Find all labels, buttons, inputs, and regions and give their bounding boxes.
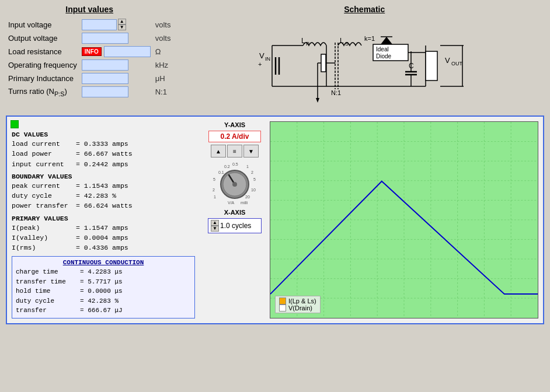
primary-values-header: PRIMARY VALUES <box>12 215 195 222</box>
voltage-unit: volts <box>153 18 173 32</box>
svg-text:V/A: V/A <box>228 201 235 205</box>
power-transfer-label: power transfer <box>12 201 76 211</box>
middle-controls: Y-AXIS 0.2 A/div ▲ ≡ ▼ 0.5 0.2 0.1 1 2 5… <box>200 117 270 323</box>
svg-text:2: 2 <box>213 188 215 192</box>
svg-text:0.1: 0.1 <box>218 170 224 174</box>
load-power-value: = 66.667 watts <box>76 149 133 159</box>
svg-text:S: S <box>345 41 349 47</box>
output-voltage-input[interactable]: 200 <box>82 33 128 44</box>
i-peak-label: I(peak) <box>12 223 76 233</box>
load-resistance-label: Load resistance <box>6 45 79 58</box>
svg-text:N:1: N:1 <box>331 89 341 96</box>
i-valley-line: I(valley) = 0.0004 amps <box>12 233 195 243</box>
inductance-input[interactable]: 1000 <box>82 73 128 84</box>
schematic-diagram: V IN + L P L S <box>253 16 475 110</box>
input-current-label: input current <box>12 159 76 169</box>
inductance-field: 1000 <box>79 72 153 85</box>
transfer-label: transfer <box>16 306 80 316</box>
svg-text:V: V <box>445 56 450 65</box>
frequency-unit: kHz <box>153 58 173 72</box>
voltage-spin-down[interactable]: ▼ <box>118 24 126 30</box>
svg-text:OUT: OUT <box>451 61 463 66</box>
load-resistance-unit: Ω <box>153 45 173 58</box>
legend-box: I(Lp & Ls) V(Drain) <box>275 296 321 313</box>
hold-time-line: hold time = 0.0000 μs <box>16 286 191 296</box>
svg-text:5: 5 <box>213 177 215 181</box>
charge-time-line: charge time = 4.2283 μs <box>16 267 191 277</box>
voltage-input[interactable]: 273 <box>82 19 117 30</box>
transfer-time-line: transfer time = 5.7717 μs <box>16 277 191 287</box>
y-center-button[interactable]: ≡ <box>227 145 242 158</box>
x-axis-label: X-AXIS <box>224 209 246 216</box>
charge-time-label: charge time <box>16 267 80 277</box>
osc-screen: I(Lp & Ls) V(Drain) <box>270 121 538 318</box>
svg-rect-41 <box>321 54 326 72</box>
conduction-duty-cycle-value: = 42.283 % <box>80 296 119 306</box>
y-axis-label: Y-AXIS <box>224 121 245 128</box>
x-spin-buttons: ▲ ▼ <box>211 220 219 232</box>
duty-cycle-label: duty cycle <box>12 191 76 201</box>
i-rms-value: = 0.4336 amps <box>76 243 128 253</box>
legend-item-2: V(Drain) <box>279 304 316 312</box>
load-resistance-input[interactable]: 600 <box>104 46 151 57</box>
svg-rect-24 <box>426 51 437 80</box>
table-row: Load resistance INFO 600 Ω <box>6 45 173 58</box>
i-peak-line: I(peak) = 1.1547 amps <box>12 223 195 233</box>
info-badge[interactable]: INFO <box>82 47 102 56</box>
y-up-button[interactable]: ▲ <box>211 145 226 158</box>
input-values-title: Input values <box>6 5 173 14</box>
legend-label-1: I(Lp & Ls) <box>288 298 316 304</box>
voltage-spinners: ▲ ▼ <box>118 19 126 30</box>
y-down-button[interactable]: ▼ <box>243 145 259 158</box>
svg-point-60 <box>232 182 237 187</box>
transfer-time-label: transfer time <box>16 277 80 287</box>
duty-cycle-value: = 42.283 % <box>76 191 116 201</box>
output-voltage-label: Output voltage <box>6 32 79 45</box>
x-spin-up[interactable]: ▲ <box>211 220 219 226</box>
conduction-title: CONTINUOUS CONDUCTION <box>16 259 191 266</box>
transfer-time-value: = 5.7717 μs <box>80 277 123 287</box>
table-row: Turns ratio (NP:S) 1 N:1 <box>6 85 173 99</box>
table-row: Output voltage 200 volts <box>6 32 173 45</box>
svg-text:V: V <box>259 51 264 60</box>
turns-ratio-input[interactable]: 1 <box>82 86 128 97</box>
svg-marker-18 <box>381 37 392 44</box>
svg-text:L: L <box>301 37 305 45</box>
duty-cycle-line: duty cycle = 42.283 % <box>12 191 195 201</box>
turns-ratio-field: 1 <box>79 85 153 99</box>
frequency-label: Operating frequency <box>6 58 79 72</box>
svg-text:0.5: 0.5 <box>232 162 238 166</box>
turns-ratio-label: Turns ratio (NP:S) <box>6 85 79 99</box>
load-current-value: = 0.3333 amps <box>76 139 128 149</box>
i-valley-value: = 0.0004 amps <box>76 233 128 243</box>
x-axis-display-container: ▲ ▼ 1.0 cycles <box>208 218 262 233</box>
svg-text:2: 2 <box>251 170 253 174</box>
svg-text:Ideal: Ideal <box>376 46 389 52</box>
conduction-duty-cycle-label: duty cycle <box>16 296 80 306</box>
knob-container[interactable]: 0.5 0.2 0.1 1 2 5 10 20 5 2 1 V/A milli <box>211 160 258 206</box>
charge-time-value: = 4.2283 μs <box>80 267 123 277</box>
frequency-field: 100 <box>79 58 153 72</box>
i-rms-line: I(rms) = 0.4336 amps <box>12 243 195 253</box>
voltage-spin-up[interactable]: ▲ <box>118 19 126 24</box>
dc-values-header: DC VALUES <box>12 131 195 138</box>
frequency-input[interactable]: 100 <box>82 60 128 71</box>
top-section: Input values Input voltage 273 ▲ ▼ volts… <box>0 0 550 112</box>
transfer-line: transfer = 666.67 μJ <box>16 306 191 316</box>
conduction-duty-cycle-line: duty cycle = 42.283 % <box>16 296 191 306</box>
table-row: Primary Inductance 1000 μH <box>6 72 173 85</box>
hold-time-value: = 0.0000 μs <box>80 286 123 296</box>
peak-current-value: = 1.1543 amps <box>76 181 128 191</box>
svg-text:1: 1 <box>246 164 249 169</box>
svg-text:k=1: k=1 <box>364 35 375 42</box>
svg-marker-43 <box>316 98 319 103</box>
i-peak-value: = 1.1547 amps <box>76 223 128 233</box>
bottom-panel: DC VALUES load current = 0.3333 amps loa… <box>6 116 544 324</box>
knob-svg: 0.5 0.2 0.1 1 2 5 10 20 5 2 1 V/A milli <box>211 160 258 206</box>
x-spin-down[interactable]: ▼ <box>211 226 219 232</box>
input-current-value: = 0.2442 amps <box>76 159 128 169</box>
voltage-spinner: 273 ▲ ▼ <box>79 18 153 32</box>
table-row: Operating frequency 100 kHz <box>6 58 173 72</box>
peak-current-label: peak current <box>12 181 76 191</box>
load-current-label: load current <box>12 139 76 149</box>
